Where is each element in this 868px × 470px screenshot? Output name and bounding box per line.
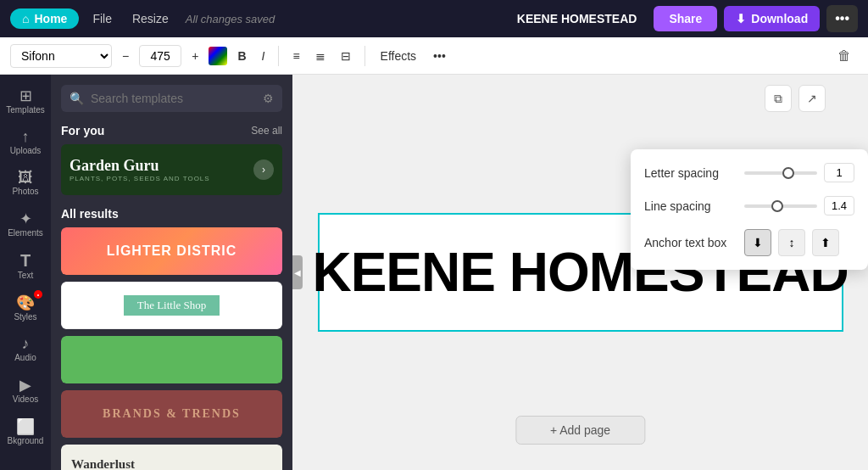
file-button[interactable]: File <box>86 8 119 29</box>
for-you-title: For you <box>61 124 104 137</box>
garden-guru-title: Garden Guru <box>70 157 210 175</box>
sidebar-label-templates: Templates <box>6 105 45 115</box>
search-icon: 🔍 <box>70 92 84 105</box>
home-button[interactable]: ⌂ Home <box>10 8 79 29</box>
sidebar-item-elements[interactable]: ✦ Elements <box>0 204 51 243</box>
letter-spacing-slider[interactable] <box>744 171 817 175</box>
sidebar-label-uploads: Uploads <box>10 146 42 155</box>
italic-button[interactable]: I <box>257 46 270 66</box>
uploads-icon: ↑ <box>22 128 30 146</box>
download-button[interactable]: ⬇ Download <box>724 6 820 31</box>
resize-button[interactable]: Resize <box>125 8 175 29</box>
line-spacing-slider[interactable] <box>744 204 817 208</box>
line-spacing-row: Line spacing 1.4 <box>644 196 854 215</box>
anchor-bottom-button[interactable]: ⬆ <box>812 229 839 256</box>
color-picker[interactable] <box>209 47 227 65</box>
line-spacing-label: Line spacing <box>644 199 737 213</box>
export-button[interactable]: ↗ <box>798 85 826 112</box>
saved-status: All changes saved <box>186 13 275 25</box>
photos-icon: 🖼 <box>18 169 33 187</box>
sidebar-item-videos[interactable]: ▶ Videos <box>0 371 51 409</box>
template-card-garden-guru[interactable]: Garden Guru PLANTS, POTS, SEEDS AND TOOL… <box>61 144 282 195</box>
font-size-increase[interactable]: + <box>186 46 203 66</box>
filter-icon[interactable]: ⚙ <box>263 92 274 105</box>
share-button[interactable]: Share <box>654 6 717 31</box>
brands-thumb: BRANDS & TRENDS <box>61 390 282 438</box>
anchor-top-button[interactable]: ⬇ <box>744 229 771 256</box>
text-icon: T <box>20 251 31 271</box>
canvas-area: ◀ ⧉ ↗ KEENE HOMESTEAD ↻ + Add page Lette… <box>292 75 868 470</box>
sidebar-item-templates[interactable]: ⊞ Templates <box>0 81 51 120</box>
elements-icon: ✦ <box>19 210 32 228</box>
format-more-button[interactable]: ••• <box>428 46 451 66</box>
align-list-button[interactable]: ≣ <box>310 46 331 66</box>
template-card-brands[interactable]: BRANDS & TRENDS <box>61 390 282 438</box>
align-center-button[interactable]: ≡ <box>287 46 304 66</box>
separator <box>278 46 279 66</box>
sidebar-item-styles[interactable]: • 🎨 Styles <box>0 288 51 327</box>
all-results-title: All results <box>61 207 119 221</box>
anchor-middle-button[interactable]: ↕ <box>778 229 805 256</box>
background-icon: ⬜ <box>16 417 35 436</box>
videos-icon: ▶ <box>19 376 31 394</box>
sidebar-label-elements: Elements <box>8 228 43 238</box>
font-size-display[interactable]: 475 <box>139 45 181 67</box>
template-card-little-shop[interactable]: The Little Shop <box>61 282 282 329</box>
letter-spacing-thumb <box>782 167 794 179</box>
see-all-button[interactable]: See all <box>251 125 282 137</box>
align-extra-button[interactable]: ⊟ <box>336 46 356 66</box>
sidebar-label-photos: Photos <box>12 187 38 196</box>
shop-text: The Little Shop <box>124 295 220 316</box>
lighter-thumb: LIGHTER DISTRIC <box>61 227 282 275</box>
garden-guru-sub: PLANTS, POTS, SEEDS AND TOOLS <box>70 175 210 182</box>
sidebar-item-background[interactable]: ⬜ Bkground <box>0 412 51 450</box>
letter-spacing-row: Letter spacing 1 <box>644 163 854 182</box>
template-panel: 🔍 ⚙ For you See all Garden Guru PLANTS, … <box>51 75 292 470</box>
duplicate-button[interactable]: ⧉ <box>765 85 792 112</box>
wanderlust-content: Wanderlust CUSTOMIZED GIFTS FOR ADVENTUR… <box>71 457 236 470</box>
sidebar-label-text: Text <box>18 271 33 280</box>
add-page-button[interactable]: + Add page <box>515 416 645 445</box>
sidebar: ⊞ Templates ↑ Uploads 🖼 Photos ✦ Element… <box>0 75 51 470</box>
all-results-header: All results <box>61 207 282 221</box>
bold-button[interactable]: B <box>232 46 251 66</box>
effects-popup: Letter spacing 1 Line spacing 1.4 Anchor… <box>631 149 868 270</box>
download-icon: ⬇ <box>736 12 746 25</box>
anchor-label: Anchor text box <box>644 236 737 249</box>
styles-icon: 🎨 <box>16 294 35 312</box>
sidebar-item-audio[interactable]: ♪ Audio <box>0 330 51 367</box>
more-options-button[interactable]: ••• <box>826 5 858 32</box>
top-nav: ⌂ Home File Resize All changes saved KEE… <box>0 0 868 37</box>
sidebar-item-uploads[interactable]: ↑ Uploads <box>0 123 51 160</box>
letter-spacing-value[interactable]: 1 <box>824 163 854 182</box>
panel-collapse-button[interactable]: ◀ <box>292 255 303 289</box>
search-input[interactable] <box>91 92 256 105</box>
line-spacing-value[interactable]: 1.4 <box>824 196 854 215</box>
effects-button[interactable]: Effects <box>374 46 424 66</box>
sidebar-item-photos[interactable]: 🖼 Photos <box>0 164 51 201</box>
for-you-section-header: For you See all <box>61 124 282 137</box>
template-card-lighter[interactable]: LIGHTER DISTRIC <box>61 227 282 275</box>
collapse-icon: ◀ <box>294 268 301 277</box>
font-selector[interactable]: Sifonn <box>10 44 112 68</box>
font-size-decrease[interactable]: − <box>117 46 134 66</box>
line-spacing-thumb <box>771 200 783 212</box>
wanderlust-title: Wanderlust <box>71 457 236 470</box>
home-icon: ⌂ <box>22 12 29 25</box>
audio-icon: ♪ <box>22 335 30 353</box>
shop-thumb: The Little Shop <box>61 282 282 329</box>
sidebar-label-audio: Audio <box>14 353 36 362</box>
template-card-wanderlust[interactable]: Wanderlust CUSTOMIZED GIFTS FOR ADVENTUR… <box>61 445 282 470</box>
sidebar-label-background: Bkground <box>8 436 44 445</box>
sidebar-item-text[interactable]: T Text <box>0 246 51 285</box>
template-card-green[interactable] <box>61 336 282 383</box>
templates-icon: ⊞ <box>19 87 32 105</box>
search-bar: 🔍 ⚙ <box>61 85 282 112</box>
format-bar: Sifonn − 475 + B I ≡ ≣ ⊟ Effects ••• 🗑 <box>0 37 868 75</box>
canvas-inner: ⧉ ↗ KEENE HOMESTEAD ↻ + Add page <box>292 75 868 470</box>
styles-badge: • <box>34 290 42 299</box>
delete-button[interactable]: 🗑 <box>831 45 858 67</box>
template-next-button[interactable]: › <box>253 159 274 180</box>
document-title: KEENE HOMESTEAD <box>517 12 637 25</box>
letter-spacing-label: Letter spacing <box>644 166 737 180</box>
